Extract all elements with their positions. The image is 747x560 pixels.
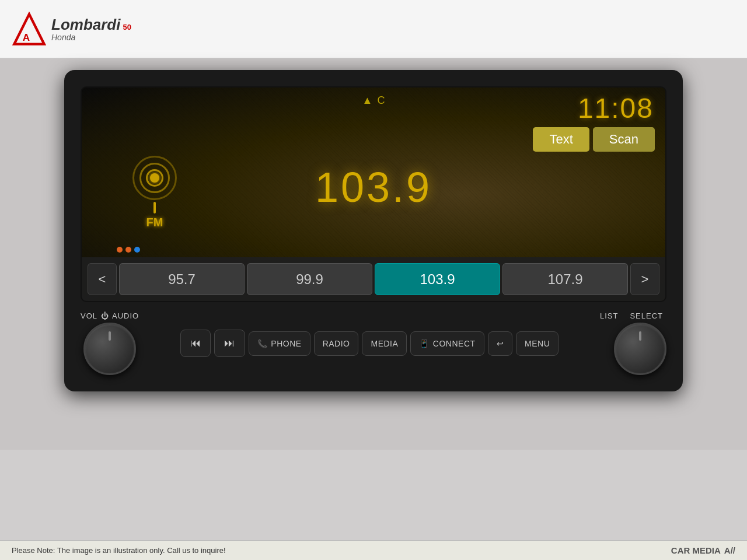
- logo-50: 50: [123, 23, 131, 32]
- select-knob-container: LIST SELECT: [600, 312, 666, 375]
- fm-label: FM: [146, 216, 163, 229]
- fm-dot: [150, 173, 159, 183]
- car-media-brand: CAR MEDIA: [671, 545, 721, 555]
- media-label: MEDIA: [371, 339, 398, 348]
- top-bar: A Lombardi 50 Honda: [0, 0, 747, 58]
- svg-text:A: A: [23, 31, 30, 43]
- nav-c-icon: C: [377, 94, 385, 107]
- power-icon: ⏻: [101, 312, 109, 320]
- vol-label: VOL: [81, 312, 97, 320]
- head-unit: ▲ C 11:08 Text Scan: [64, 70, 683, 391]
- preset-button-1[interactable]: 95.7: [119, 263, 245, 295]
- bottom-buttons: ⏮ ⏭ 📞 PHONE RADIO MEDIA 📱 CONNECT ↩: [151, 330, 588, 357]
- disclaimer-bar: Please Note: The image is an illustratio…: [0, 540, 747, 560]
- car-media-logo: CAR MEDIA A//: [671, 545, 735, 555]
- select-label: SELECT: [630, 312, 663, 320]
- logo-area: A Lombardi 50 Honda: [12, 12, 131, 47]
- preset-prev-button[interactable]: <: [88, 263, 117, 295]
- screen-time: 11:08: [578, 92, 654, 124]
- vol-knob-container: VOL ⏻ AUDIO: [81, 312, 139, 375]
- main-content: ▲ C 11:08 Text Scan: [0, 58, 747, 450]
- prev-skip-button[interactable]: ⏮: [180, 330, 211, 357]
- logo-sub: Honda: [51, 33, 131, 42]
- logo-name: Lombardi: [51, 16, 120, 34]
- preset-dot-1: [117, 247, 123, 253]
- menu-label: MENU: [525, 339, 550, 348]
- preset-dots: [117, 247, 140, 253]
- infotainment-screen[interactable]: ▲ C 11:08 Text Scan: [81, 86, 666, 302]
- preset-next-button[interactable]: >: [630, 263, 659, 295]
- car-media-suffix: A//: [724, 545, 735, 555]
- nav-triangle-icon: ▲: [362, 94, 373, 107]
- preset-button-4[interactable]: 107.9: [502, 263, 628, 295]
- radio-button[interactable]: RADIO: [314, 331, 359, 356]
- text-button[interactable]: Text: [533, 127, 589, 152]
- next-skip-button[interactable]: ⏭: [214, 330, 245, 357]
- preset-dot-3: [134, 247, 140, 253]
- media-button[interactable]: MEDIA: [362, 331, 407, 356]
- preset-dot-2: [125, 247, 131, 253]
- logo-icon: A: [12, 12, 47, 47]
- controls-row: VOL ⏻ AUDIO ⏮ ⏭ 📞 PHONE RADIO MEDIA: [81, 312, 666, 375]
- phone-icon: 📞: [257, 339, 268, 348]
- preset-button-3[interactable]: 103.9: [375, 263, 500, 295]
- radio-label: RADIO: [323, 339, 350, 348]
- screen-inner: ▲ C 11:08 Text Scan: [82, 88, 665, 301]
- scan-button[interactable]: Scan: [593, 127, 655, 152]
- back-button[interactable]: ↩: [488, 331, 513, 356]
- list-label: LIST: [600, 312, 618, 320]
- presets-bar: < 95.7 99.9 103.9 107.9 >: [82, 257, 665, 301]
- vol-knob[interactable]: [83, 323, 136, 375]
- menu-button[interactable]: MENU: [516, 331, 558, 356]
- screen-buttons: Text Scan: [533, 127, 655, 152]
- select-knob[interactable]: [614, 323, 666, 375]
- connect-phone-icon: 📱: [419, 339, 430, 348]
- phone-button[interactable]: 📞 PHONE: [249, 331, 310, 356]
- disclaimer-text: Please Note: The image is an illustratio…: [12, 546, 226, 555]
- connect-button[interactable]: 📱 CONNECT: [410, 331, 484, 356]
- frequency-display: 103.9: [82, 163, 665, 211]
- audio-label: AUDIO: [112, 312, 139, 320]
- preset-button-2[interactable]: 99.9: [247, 263, 372, 295]
- back-icon: ↩: [497, 339, 504, 348]
- connect-label: CONNECT: [433, 339, 476, 348]
- phone-label: PHONE: [271, 339, 301, 348]
